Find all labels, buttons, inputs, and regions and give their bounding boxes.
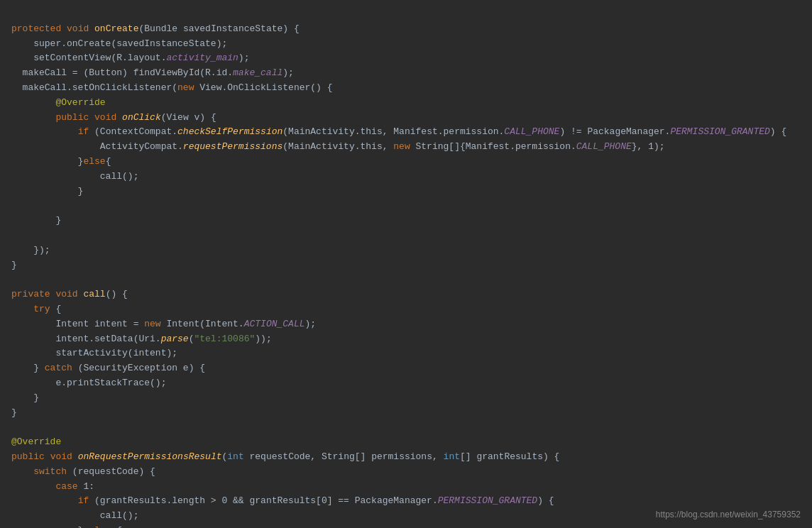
watermark-text: https://blog.csdn.net/weixin_43759352 bbox=[656, 510, 801, 519]
code-block: protected void onCreate(Bundle savedInst… bbox=[0, 0, 812, 528]
